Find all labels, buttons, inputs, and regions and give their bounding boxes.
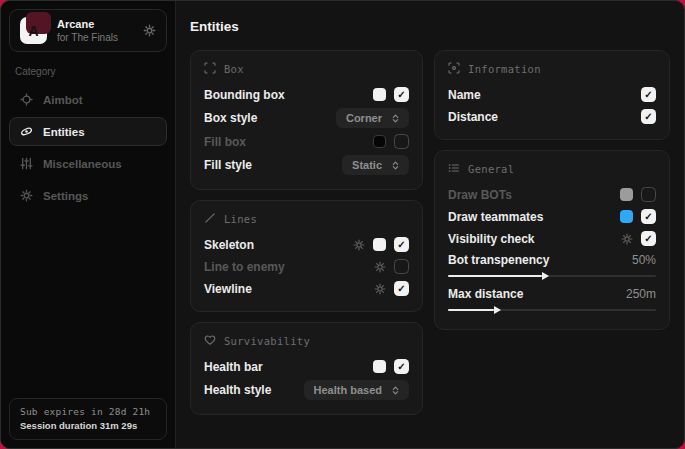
chevrons-up-down-icon (390, 113, 401, 124)
slider-fill (448, 309, 494, 311)
line-to-enemy-row: Line to enemy (204, 255, 409, 277)
visibility-check-row: Visibility check (448, 227, 656, 249)
bounding-box-color-swatch[interactable] (373, 88, 386, 101)
bot-transparency-slider[interactable] (448, 271, 656, 280)
sidebar-item-entities[interactable]: Entities (9, 117, 167, 146)
bounding-box-label: Bounding box (204, 88, 285, 102)
line-icon (204, 212, 216, 226)
lines-card-header: Lines (204, 212, 409, 226)
sidebar-item-settings[interactable]: Settings (9, 181, 167, 210)
app-header-card: A Arcane for The Finals (9, 9, 167, 52)
draw-teammates-checkbox[interactable] (641, 209, 656, 224)
information-card: Information Name Distance (434, 50, 670, 140)
draw-bots-label: Draw BOTs (448, 188, 512, 202)
line-to-enemy-settings-gear-icon[interactable] (374, 261, 386, 273)
fill-box-label: Fill box (204, 135, 246, 149)
sidebar-nav: Aimbot Entities Miscellaneous (9, 85, 167, 210)
name-label: Name (448, 88, 481, 102)
fill-style-label: Fill style (204, 158, 252, 172)
health-bar-color-swatch[interactable] (373, 360, 386, 373)
sidebar-item-miscellaneous[interactable]: Miscellaneous (9, 149, 167, 178)
fill-box-color-swatch[interactable] (373, 135, 386, 148)
distance-label: Distance (448, 110, 498, 124)
distance-checkbox[interactable] (641, 109, 656, 124)
chevrons-up-down-icon (390, 160, 401, 171)
health-style-select[interactable]: Health based (304, 380, 409, 400)
general-card: General Draw BOTs Draw teammates (434, 150, 670, 330)
box-style-row: Box style Corner (204, 105, 409, 130)
box-style-select[interactable]: Corner (336, 108, 409, 128)
draw-bots-row: Draw BOTs (448, 183, 656, 205)
lines-card-title: Lines (224, 213, 257, 225)
max-distance-value: 250m (626, 287, 656, 301)
page-title: Entities (190, 19, 670, 34)
general-card-title: General (468, 163, 514, 175)
information-card-title: Information (468, 63, 541, 75)
app-window: A Arcane for The Finals Category (0, 0, 685, 449)
draw-teammates-color-swatch[interactable] (620, 210, 633, 223)
visibility-check-label: Visibility check (448, 232, 535, 246)
viewline-label: Viewline (204, 282, 252, 296)
sidebar-item-label: Entities (43, 126, 85, 138)
survivability-card-header: Survivability (204, 334, 409, 348)
crosshair-icon (20, 93, 33, 106)
box-style-label: Box style (204, 111, 257, 125)
bounding-box-row: Bounding box (204, 83, 409, 105)
app-title-block: Arcane for The Finals (57, 18, 118, 43)
fill-style-value: Static (352, 159, 382, 171)
sidebar-item-aimbot[interactable]: Aimbot (9, 85, 167, 114)
sidebar-item-label: Aimbot (43, 94, 83, 106)
box-style-value: Corner (346, 112, 382, 124)
fill-box-row: Fill box (204, 130, 409, 152)
name-row: Name (448, 83, 656, 105)
subscription-card: Sub expires in 28d 21h Session duration … (9, 398, 167, 440)
sidebar: A Arcane for The Finals Category (1, 1, 176, 448)
draw-bots-checkbox[interactable] (641, 187, 656, 202)
max-distance-slider[interactable] (448, 305, 656, 314)
right-column: Information Name Distance (434, 50, 670, 330)
skeleton-settings-gear-icon[interactable] (353, 239, 365, 251)
fill-style-select[interactable]: Static (342, 155, 409, 175)
max-distance-label: Max distance (448, 287, 523, 301)
session-duration-text: Session duration 31m 29s (20, 420, 156, 431)
draw-teammates-row: Draw teammates (448, 205, 656, 227)
category-label: Category (15, 66, 161, 77)
app-name: Arcane (57, 18, 118, 30)
box-card-header: Box (204, 62, 409, 76)
skeleton-label: Skeleton (204, 238, 254, 252)
line-to-enemy-checkbox[interactable] (394, 259, 409, 274)
information-card-header: Information (448, 62, 656, 76)
skeleton-row: Skeleton (204, 233, 409, 255)
main-panel: Entities Box Bounding box (176, 1, 684, 448)
visibility-check-checkbox[interactable] (641, 231, 656, 246)
bot-transparency-group: Bot transpenency 50% (448, 249, 656, 283)
survivability-card-title: Survivability (224, 335, 310, 347)
sub-expiry-text: Sub expires in 28d 21h (20, 406, 156, 417)
draw-teammates-label: Draw teammates (448, 210, 543, 224)
health-bar-checkbox[interactable] (394, 359, 409, 374)
skeleton-checkbox[interactable] (394, 237, 409, 252)
gear-icon (20, 189, 33, 202)
skeleton-color-swatch[interactable] (373, 238, 386, 251)
draw-bots-color-swatch[interactable] (620, 188, 633, 201)
lines-card: Lines Skeleton Line to enemy (190, 200, 423, 312)
health-style-value: Health based (314, 384, 382, 396)
sliders-icon (20, 157, 33, 170)
name-checkbox[interactable] (641, 87, 656, 102)
visibility-check-settings-gear-icon[interactable] (621, 233, 633, 245)
viewline-settings-gear-icon[interactable] (374, 283, 386, 295)
bot-transparency-value: 50% (632, 253, 656, 267)
box-card-title: Box (224, 63, 244, 75)
viewline-checkbox[interactable] (394, 281, 409, 296)
line-to-enemy-label: Line to enemy (204, 260, 285, 274)
header-gear-icon[interactable] (143, 24, 156, 37)
bounding-box-checkbox[interactable] (394, 87, 409, 102)
max-distance-group: Max distance 250m (448, 283, 656, 317)
fill-box-checkbox[interactable] (394, 134, 409, 149)
slider-fill (448, 275, 542, 277)
general-card-header: General (448, 162, 656, 176)
distance-row: Distance (448, 105, 656, 127)
box-corners-icon (204, 62, 216, 76)
info-scan-icon (448, 62, 460, 76)
sidebar-item-label: Miscellaneous (43, 158, 122, 170)
